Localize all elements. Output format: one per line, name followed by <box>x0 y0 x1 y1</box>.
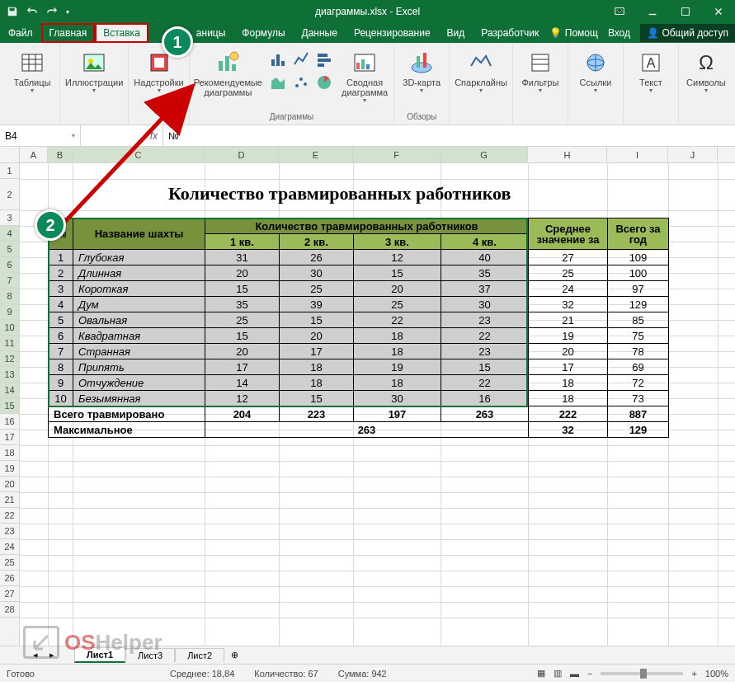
row-14[interactable]: 14 <box>0 383 19 398</box>
col-C[interactable]: C <box>73 147 205 162</box>
recommended-charts-button[interactable]: Рекомендуемые диаграммы <box>195 46 261 97</box>
ribbon-opts-icon[interactable] <box>603 0 636 23</box>
row-3[interactable]: 3 <box>0 210 19 226</box>
3d-map-button[interactable]: 3D-карта <box>399 46 444 95</box>
row-headers[interactable]: 1234567891011121314151617181920212223242… <box>0 163 20 646</box>
area-chart-icon[interactable] <box>268 73 288 92</box>
view-normal-icon[interactable]: ▦ <box>537 668 545 679</box>
col-I[interactable]: I <box>607 147 668 162</box>
undo-icon[interactable] <box>26 6 38 17</box>
chart-type-grid[interactable] <box>268 49 334 92</box>
tab-view[interactable]: Вид <box>439 23 474 43</box>
zoom-in-icon[interactable]: + <box>691 669 696 679</box>
view-layout-icon[interactable]: ▥ <box>554 668 562 679</box>
bar-chart-icon[interactable] <box>268 49 288 69</box>
row-23[interactable]: 23 <box>0 524 19 539</box>
row-2[interactable]: 2 <box>0 179 19 210</box>
row-11[interactable]: 11 <box>0 336 19 351</box>
row-1[interactable]: 1 <box>0 163 19 179</box>
illustrations-button[interactable]: Иллюстрации <box>65 46 123 95</box>
tab-formulas[interactable]: Формулы <box>233 23 293 43</box>
row-6[interactable]: 6 <box>0 257 19 273</box>
col-E[interactable]: E <box>279 147 353 162</box>
svg-rect-7 <box>219 61 223 71</box>
pivot-chart-button[interactable]: Сводная диаграмма <box>341 46 389 105</box>
col-F[interactable]: F <box>353 147 441 162</box>
zoom-slider[interactable] <box>601 672 683 675</box>
row-27[interactable]: 27 <box>0 586 19 602</box>
formula-input[interactable]: № <box>163 125 735 146</box>
sheet-tab-3[interactable]: Лист2 <box>175 648 224 662</box>
signin-link[interactable]: Вход <box>608 27 630 39</box>
row-20[interactable]: 20 <box>0 477 19 492</box>
row-21[interactable]: 21 <box>0 492 19 508</box>
symbols-button[interactable]: Ω Символы <box>684 46 728 95</box>
tab-developer[interactable]: Разработчик <box>473 23 547 43</box>
maximize-icon[interactable] <box>669 0 702 23</box>
fx-icon[interactable]: fx <box>150 130 158 142</box>
col-G[interactable]: G <box>441 147 528 162</box>
window-title: диаграммы.xlsx - Excel <box>315 6 420 17</box>
col-J[interactable]: J <box>668 147 718 162</box>
minimize-icon[interactable] <box>636 0 669 23</box>
row-19[interactable]: 19 <box>0 461 19 477</box>
line-chart-icon[interactable] <box>291 49 311 69</box>
column-headers[interactable]: A B C D E F G H I J <box>0 147 735 163</box>
row-12[interactable]: 12 <box>0 351 19 367</box>
row-5[interactable]: 5 <box>0 242 19 257</box>
filters-button[interactable]: Фильтры <box>518 46 563 95</box>
scatter-chart-icon[interactable] <box>291 73 311 92</box>
addins-button[interactable]: Надстройки <box>134 46 183 95</box>
add-sheet-icon[interactable]: ⊕ <box>224 650 245 660</box>
row-25[interactable]: 25 <box>0 555 19 571</box>
name-box[interactable]: B4▾ <box>0 125 81 146</box>
share-button[interactable]: 👤 Общий доступ <box>640 24 735 42</box>
row-28[interactable]: 28 <box>0 602 19 618</box>
links-button[interactable]: Ссылки <box>573 46 618 95</box>
tell-me[interactable]: 💡 Помощ <box>549 27 597 39</box>
tab-insert[interactable]: Вставка <box>95 23 148 43</box>
tab-cut[interactable]: Р <box>148 23 188 43</box>
row-10[interactable]: 10 <box>0 320 19 336</box>
svg-point-17 <box>295 84 299 87</box>
col-A[interactable]: A <box>20 147 48 162</box>
zoom-out-icon[interactable]: − <box>587 669 592 679</box>
row-13[interactable]: 13 <box>0 367 19 383</box>
row-18[interactable]: 18 <box>0 445 19 461</box>
tab-data[interactable]: Данные <box>294 23 346 43</box>
redo-icon[interactable] <box>46 6 58 17</box>
row-15[interactable]: 15 <box>0 398 19 414</box>
row-9[interactable]: 9 <box>0 304 19 320</box>
close-icon[interactable] <box>702 0 735 23</box>
col-D[interactable]: D <box>205 147 279 162</box>
hbar-chart-icon[interactable] <box>314 49 334 69</box>
tab-home[interactable]: Главная <box>41 23 96 43</box>
qat-dropdown-icon[interactable]: ▾ <box>66 8 69 16</box>
view-break-icon[interactable]: ▬ <box>570 669 579 679</box>
titlebar: ▾ диаграммы.xlsx - Excel <box>0 0 735 23</box>
tables-button[interactable]: Таблицы <box>10 46 54 95</box>
col-B[interactable]: B <box>48 147 73 162</box>
tab-pagelayout[interactable]: аницы <box>188 23 234 43</box>
zoom-level[interactable]: 100% <box>705 669 728 679</box>
row-26[interactable]: 26 <box>0 571 19 586</box>
tab-review[interactable]: Рецензирование <box>346 23 439 43</box>
svg-rect-28 <box>532 54 549 71</box>
row-4[interactable]: 4 <box>0 226 19 242</box>
select-all-corner[interactable] <box>0 147 20 162</box>
row-7[interactable]: 7 <box>0 273 19 289</box>
table-row: 4Дум3539253032129 <box>49 297 669 312</box>
text-button[interactable]: A Текст <box>629 46 673 95</box>
row-17[interactable]: 17 <box>0 430 19 445</box>
row-22[interactable]: 22 <box>0 508 19 524</box>
save-icon[interactable] <box>7 6 18 17</box>
worksheet[interactable]: A B C D E F G H I J 12345678910111213141… <box>0 147 735 646</box>
row-24[interactable]: 24 <box>0 539 19 555</box>
col-H[interactable]: H <box>528 147 607 162</box>
row-8[interactable]: 8 <box>0 289 19 304</box>
tab-file[interactable]: Файл <box>0 23 41 43</box>
row-16[interactable]: 16 <box>0 414 19 430</box>
status-bar: Готово Среднее: 18,84 Количество: 67 Сум… <box>0 664 735 682</box>
sparklines-button[interactable]: Спарклайны <box>455 46 507 95</box>
pie-chart-icon[interactable] <box>314 73 334 92</box>
